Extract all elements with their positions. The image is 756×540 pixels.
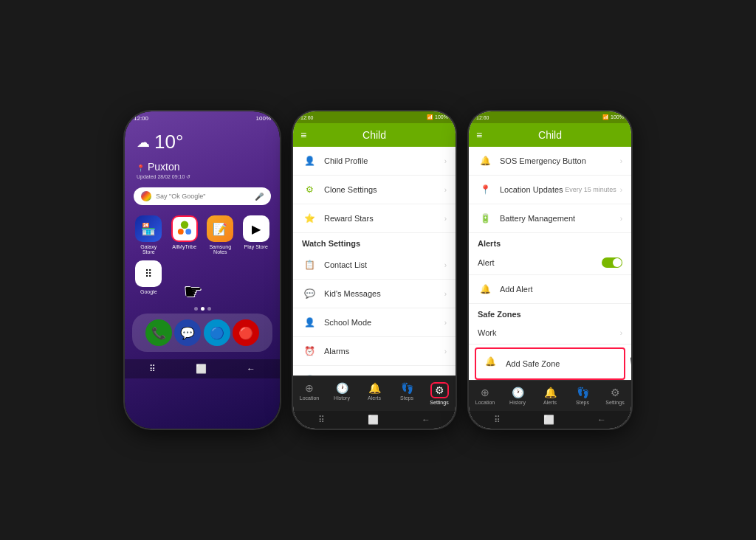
nav-back-3[interactable]: ←	[597, 415, 606, 425]
child-profile-arrow: ›	[444, 157, 447, 165]
sos-item[interactable]: 🔔 SOS Emergency Button ›	[469, 147, 631, 176]
svg-point-0	[181, 221, 188, 229]
google-icon: ⠿	[135, 260, 162, 287]
nav-history-3[interactable]: 🕐 History	[501, 385, 534, 406]
location-updates-icon: 📍	[478, 182, 492, 197]
contact-list-arrow: ›	[444, 261, 447, 269]
alert-toggle[interactable]	[602, 257, 622, 268]
galaxy-store-app[interactable]: 🏪 GalaxyStore	[134, 215, 164, 255]
nav-history-2[interactable]: 🕐 History	[326, 381, 358, 406]
weather-icon: ☁	[137, 134, 150, 150]
add-safe-zone-text: Add Safe Zone	[506, 359, 560, 368]
kids-messages-item[interactable]: 💬 Kid's Messages ›	[293, 280, 456, 308]
sos-arrow: ›	[620, 157, 622, 165]
camera-dock-icon[interactable]: 🔴	[233, 319, 259, 346]
alert-toggle-item[interactable]: Alert	[469, 251, 631, 275]
nav-steps-3[interactable]: 👣 Steps	[566, 385, 599, 406]
header-title-2: Child	[362, 129, 386, 141]
kids-messages-arrow: ›	[444, 290, 447, 298]
hamburger-menu-2[interactable]: ≡	[300, 129, 306, 141]
alarms-arrow: ›	[444, 347, 447, 356]
location-info: 📍 Puxton Updated 28/02 09:10 ↺	[125, 159, 280, 184]
nav-location-2[interactable]: ⊕ Location	[293, 381, 326, 406]
history-nav-icon-3: 🕐	[512, 387, 524, 398]
signal-battery-1: 100%	[256, 115, 271, 122]
phone-nav-1: ⠿ ⬜ ←	[125, 359, 280, 378]
school-mode-item[interactable]: 👤 School Mode ›	[293, 308, 456, 337]
nav-recent-3[interactable]: ⠿	[494, 415, 501, 425]
alarms-icon: ⏰	[302, 344, 317, 359]
steps-nav-icon-3: 👣	[577, 387, 589, 398]
phone-1: 12:00 100% ☁ 10° 📍 Puxton Updated 28/02 …	[125, 111, 280, 429]
add-safe-zone-button[interactable]: 🔔 Add Safe Zone ☛	[475, 347, 625, 380]
add-safe-zone-icon: 🔔	[485, 356, 500, 371]
alerts-section: Alerts	[469, 233, 631, 251]
sos-icon: 🔔	[478, 153, 492, 168]
phone-dock-icon[interactable]: 📞	[145, 319, 172, 346]
contact-list-text: Contact List	[324, 260, 444, 269]
work-zone-item[interactable]: Work ›	[469, 322, 631, 345]
steps-nav-icon-2: 👣	[401, 382, 413, 394]
nav-steps-2[interactable]: 👣 Steps	[391, 381, 423, 406]
location-updates-item[interactable]: 📍 Location Updates Every 15 minutes ›	[469, 176, 631, 204]
nav-location-label-3: Location	[475, 400, 495, 405]
menu-list-3: 🔔 SOS Emergency Button › 📍 Location Upda…	[469, 147, 631, 380]
mic-icon: 🎤	[255, 193, 264, 201]
child-profile-item[interactable]: 👤 Child Profile ›	[293, 147, 456, 176]
allmytribe-logo	[175, 219, 194, 238]
nav-back-2[interactable]: ←	[422, 415, 430, 425]
play-store-label: Play Store	[244, 244, 268, 249]
weather-widget: ☁ 10°	[125, 125, 280, 159]
nav-settings-label-3: Settings	[605, 400, 624, 405]
nav-home-3[interactable]: ⬜	[543, 415, 554, 425]
messages-dock-icon[interactable]: 💬	[174, 319, 201, 346]
nav-home-2[interactable]: ⬜	[368, 415, 379, 425]
school-mode-arrow: ›	[444, 319, 447, 327]
alarms-item[interactable]: ⏰ Alarms ›	[293, 337, 456, 366]
sos-text: SOS Emergency Button	[500, 156, 620, 165]
nav-settings-3[interactable]: ⚙ Settings	[599, 385, 631, 406]
nav-recent-2[interactable]: ⠿	[318, 415, 325, 425]
phones-container: 12:00 100% ☁ 10° 📍 Puxton Updated 28/02 …	[110, 97, 646, 443]
play-store-app[interactable]: ▶ Play Store	[241, 215, 272, 255]
safe-zones-section: Safe Zones	[469, 304, 631, 322]
battery-management-item[interactable]: 🔋 Battery Management ›	[469, 204, 631, 233]
play-store-icon: ▶	[243, 215, 269, 242]
google-app[interactable]: ⠿ Google	[134, 260, 164, 294]
contact-list-item[interactable]: 📋 Contact List ›	[293, 251, 456, 280]
hamburger-menu-3[interactable]: ≡	[476, 129, 482, 141]
bottom-nav-3: ⊕ Location 🕐 History 🔔 Alerts 👣 Steps	[469, 380, 631, 411]
clone-settings-item[interactable]: ⚙ Clone Settings ›	[293, 176, 456, 204]
phone-3: 12:60 📶 100% ≡ Child 🔔 SOS Emergency But…	[469, 111, 631, 429]
time-2: 12:60	[300, 115, 314, 120]
nav-alerts-3[interactable]: 🔔 Alerts	[534, 385, 566, 406]
browser-dock-icon[interactable]: 🔵	[204, 319, 230, 346]
school-mode-icon: 👤	[302, 315, 317, 330]
watch-face-item[interactable]: 🕐 Watch Face and Wallpaper ›	[293, 366, 456, 375]
watch-settings-section: Watch Settings	[293, 233, 456, 251]
nav-history-label-2: History	[334, 395, 350, 401]
clone-settings-icon: ⚙	[302, 182, 317, 197]
nav-home[interactable]: ⬜	[196, 364, 207, 374]
nav-alerts-2[interactable]: 🔔 Alerts	[358, 381, 391, 406]
reward-stars-item[interactable]: ⭐ Reward Stars ›	[293, 204, 456, 233]
google-search-bar[interactable]: Say "Ok Google" 🎤	[134, 187, 271, 205]
allmytribe-label: AllMyTribe	[172, 244, 196, 249]
nav-alerts-label-2: Alerts	[368, 395, 381, 401]
watch-face-icon: 🕐	[302, 373, 317, 375]
phone-2: 12:60 📶 100% ≡ Child 👤 Child Profile ›	[293, 111, 456, 429]
nav-recent[interactable]: ⠿	[149, 364, 156, 374]
location-nav-icon-2: ⊕	[305, 382, 314, 394]
nav-location-3[interactable]: ⊕ Location	[469, 385, 501, 406]
nav-back[interactable]: ←	[247, 364, 255, 374]
time-1: 12:00	[134, 115, 148, 122]
add-alert-item[interactable]: 🔔 Add Alert	[469, 275, 631, 304]
location-updates-text: Location Updates	[500, 185, 565, 194]
app-screen-2: 12:60 📶 100% ≡ Child 👤 Child Profile ›	[293, 111, 456, 429]
google-placeholder: Say "Ok Google"	[156, 193, 205, 200]
status-bar-3: 12:60 📶 100%	[469, 111, 631, 123]
samsung-notes-app[interactable]: 📝 SamsungNotes	[205, 215, 236, 255]
nav-settings-2[interactable]: ⚙ Settings	[423, 381, 456, 406]
allmytribe-app[interactable]: AllMyTribe	[170, 215, 200, 255]
work-zone-text: Work	[478, 328, 620, 337]
